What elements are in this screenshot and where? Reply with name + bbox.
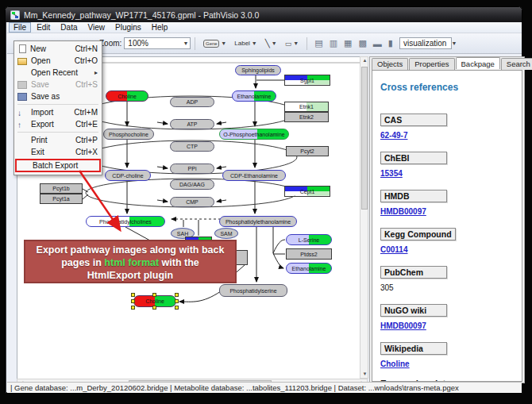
file-menu-item-import[interactable]: ImportCtrl+M: [15, 106, 101, 118]
xref-link[interactable]: 62-49-7: [380, 131, 514, 140]
pathway-node-adp[interactable]: ADP: [170, 97, 214, 107]
distribute-horizontal-icon[interactable]: ▦: [344, 38, 352, 48]
pathway-node-o-phosphoethanolamine[interactable]: O-Phosphoethanolamine: [219, 129, 289, 140]
add-line-button[interactable]: ╲ ▼: [262, 37, 280, 50]
visualization-combobox[interactable]: visualization ▼: [399, 37, 452, 49]
pathway-node-etnk2[interactable]: Etnk2: [284, 112, 329, 122]
vertical-scrollbar[interactable]: ▲ ▼: [360, 56, 368, 379]
xref-section-cas: CAS62-49-7: [380, 112, 514, 140]
selection-handle[interactable]: [175, 293, 179, 297]
pathway-node-cept1[interactable]: Cept1: [284, 186, 330, 197]
menu-icon-none: [17, 69, 27, 77]
add-datanode-button[interactable]: Gene ▼: [200, 37, 229, 50]
common-height-icon[interactable]: ▮: [388, 38, 393, 48]
align-center-vertical-icon[interactable]: ▥: [330, 38, 337, 48]
chevron-down-icon[interactable]: ▼: [446, 40, 457, 46]
pathway-node-pcyt1b[interactable]: Pcyt1b: [40, 183, 83, 194]
menu-item-shortcut: Ctrl+E: [75, 120, 98, 129]
selection-handle[interactable]: [152, 306, 156, 310]
add-shape-button[interactable]: ▭ ▼: [282, 37, 302, 50]
chevron-down-icon[interactable]: ▼: [221, 40, 226, 46]
menu-plugins[interactable]: Plugins: [110, 22, 146, 33]
selection-handle[interactable]: [175, 299, 179, 303]
pathway-node-ctp[interactable]: CTP: [170, 141, 214, 152]
pathway-node-atp[interactable]: ATP: [170, 119, 214, 129]
tab-objects[interactable]: Objects: [372, 58, 408, 70]
xref-header: Wikipedia: [380, 342, 447, 355]
save-as-icon: [17, 93, 27, 101]
add-label-button[interactable]: Label ▼: [231, 37, 260, 50]
pathway-node-phosphocholine[interactable]: Phosphocholine: [103, 129, 154, 140]
pathway-node-phosphatidylserine[interactable]: Phosphatidylserine: [219, 284, 287, 297]
selection-handle[interactable]: [152, 293, 156, 297]
menu-edit[interactable]: Edit: [32, 22, 55, 33]
pathway-node-sam[interactable]: SAM: [214, 228, 238, 239]
menu-separator: [17, 104, 98, 105]
pathway-node-etnk1[interactable]: Etnk1: [284, 102, 329, 112]
pathway-node-phosphatidylethanolamine[interactable]: Phosphatidylethanolamine: [219, 216, 297, 227]
scrollbar-thumb[interactable]: [361, 67, 368, 210]
chevron-down-icon[interactable]: ▼: [252, 40, 257, 46]
scroll-up-icon[interactable]: ▲: [360, 57, 369, 64]
file-menu-item-save-as[interactable]: Save as: [15, 90, 101, 102]
pathway-node-pcyt1a[interactable]: Pcyt1a: [40, 194, 83, 204]
file-menu-item-open[interactable]: OpenCtrl+O: [15, 55, 101, 67]
pathway-node-ppi[interactable]: PPi: [170, 164, 214, 174]
scroll-down-icon[interactable]: ▼: [360, 371, 369, 378]
file-menu-item-batch-export[interactable]: Batch Export: [15, 159, 101, 172]
xref-section-chebi: ChEBI15354: [380, 150, 514, 178]
pathway-node-cdp-ethanolamine[interactable]: CDP-Ethanolamine: [222, 170, 286, 181]
pathway-node-l-serine[interactable]: L-Serine: [286, 234, 332, 245]
menu-item-shortcut: Ctrl+O: [75, 56, 98, 65]
chevron-down-icon[interactable]: ▼: [178, 40, 188, 46]
pathway-node-pcyt2[interactable]: Pcyt2: [286, 146, 329, 156]
title-bar[interactable]: Mm_Kennedy_pathway_WP1771_45176.gpml - P…: [6, 7, 522, 22]
pathway-node-phosphatidylcholines[interactable]: Phosphatidylcholines: [86, 216, 165, 227]
tab-properties[interactable]: Properties: [409, 58, 454, 70]
side-panel: ObjectsPropertiesBackpageSearchLegend Cr…: [369, 56, 525, 383]
side-panel-tabs: ObjectsPropertiesBackpageSearchLegend: [372, 58, 532, 70]
xref-link[interactable]: C00114: [380, 245, 514, 254]
file-menu-item-save[interactable]: SaveCtrl+S: [15, 79, 101, 90]
pathway-node-ptdss2[interactable]: Ptdss2: [286, 248, 332, 260]
selection-handle[interactable]: [131, 306, 135, 310]
tab-backpage[interactable]: Backpage: [456, 57, 500, 69]
pathway-node-choline[interactable]: Choline: [106, 90, 148, 102]
file-menu-item-export[interactable]: ExportCtrl+E: [15, 118, 101, 130]
xref-link[interactable]: HMDB00097: [380, 207, 514, 216]
xref-link[interactable]: HMDB00097: [380, 321, 514, 330]
menu-icon-none: [19, 162, 29, 170]
menu-item-label: Print: [31, 136, 48, 144]
file-menu-item-print[interactable]: PrintCtrl+P: [15, 134, 101, 146]
pathway-node-cmp[interactable]: CMP: [170, 197, 214, 207]
pathway-node-sphingolipids[interactable]: Sphingolipids: [235, 65, 281, 75]
file-menu-item-open-recent[interactable]: Open Recent▸: [15, 67, 101, 79]
selection-handle[interactable]: [131, 293, 135, 297]
align-center-horizontal-icon[interactable]: ▤: [314, 38, 322, 48]
pathway-node-ethanolamine[interactable]: Ethanolamine: [232, 90, 276, 102]
xref-link[interactable]: 15354: [380, 169, 514, 178]
selection-handle[interactable]: [131, 299, 135, 303]
pathway-node-cdp-choline[interactable]: CDP-choline: [105, 170, 151, 181]
save-icon: [17, 81, 27, 89]
pathway-node-sgpl1[interactable]: Sgpl1: [284, 75, 330, 86]
chevron-down-icon[interactable]: ▼: [293, 40, 299, 46]
zoom-combobox[interactable]: 100% ▼: [124, 37, 191, 49]
menu-help[interactable]: Help: [147, 22, 173, 33]
file-menu-item-new[interactable]: NewCtrl+N: [15, 43, 101, 55]
chevron-down-icon[interactable]: ▼: [272, 40, 277, 46]
pathway-node-ethanolamine[interactable]: Ethanolamine: [286, 263, 332, 274]
menu-item-shortcut: Ctrl+P: [75, 136, 98, 144]
menu-file[interactable]: File: [9, 22, 31, 33]
tab-search[interactable]: Search: [501, 58, 532, 70]
selection-handle[interactable]: [175, 306, 179, 310]
menu-data[interactable]: Data: [56, 22, 82, 33]
callout-line1: Export pathway images along with back: [25, 244, 235, 256]
menu-view[interactable]: View: [83, 22, 110, 33]
xref-link[interactable]: Choline: [380, 360, 514, 368]
distribute-vertical-icon[interactable]: ▩: [358, 38, 366, 48]
common-width-icon[interactable]: ▬: [373, 39, 382, 48]
file-menu-item-exit[interactable]: ExitCtrl+X: [15, 146, 101, 158]
gene-node-icon: Gene: [203, 40, 219, 48]
pathway-node-dag-aag[interactable]: DAG/AAG: [170, 179, 214, 190]
